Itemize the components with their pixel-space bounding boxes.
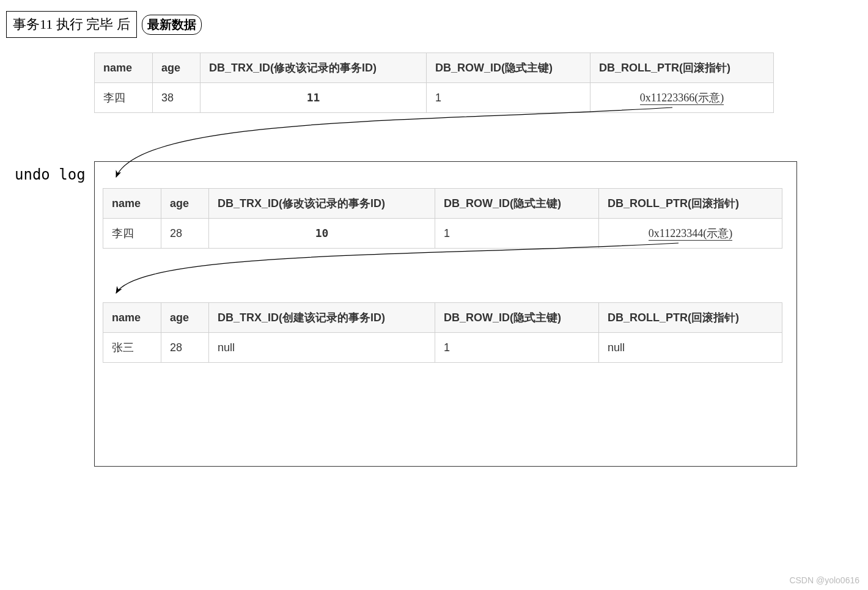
th-trx: DB_TRX_ID(修改该记录的事务ID) [200,53,427,83]
cell-trx: 11 [200,83,427,113]
table-row: 张三 28 null 1 null [103,333,782,363]
undo-log-label: undo log [15,166,86,183]
cell-rowid: 1 [435,333,599,363]
cell-trx: null [209,333,435,363]
th-rowid: DB_ROW_ID(隐式主键) [427,53,590,83]
table-row: name age DB_TRX_ID(创建该记录的事务ID) DB_ROW_ID… [103,303,782,333]
th-rowid: DB_ROW_ID(隐式主键) [435,303,599,333]
th-trx: DB_TRX_ID(创建该记录的事务ID) [209,303,435,333]
th-trx: DB_TRX_ID(修改该记录的事务ID) [209,189,435,219]
table-row: 李四 28 10 1 0x11223344(示意) [103,219,782,249]
cell-rowid: 1 [427,83,590,113]
th-rowid: DB_ROW_ID(隐式主键) [435,189,599,219]
cell-name: 李四 [103,219,161,249]
cell-age: 28 [161,333,209,363]
cell-age: 28 [161,219,209,249]
cell-rowid: 1 [435,219,599,249]
th-name: name [103,189,161,219]
watermark: CSDN @yolo0616 [789,575,859,585]
table-undo-2: name age DB_TRX_ID(创建该记录的事务ID) DB_ROW_ID… [103,302,782,363]
table-row: name age DB_TRX_ID(修改该记录的事务ID) DB_ROW_ID… [103,189,782,219]
th-ptr: DB_ROLL_PTR(回滚指针) [599,189,782,219]
cell-ptr: 0x11223344(示意) [599,219,782,249]
th-name: name [103,303,161,333]
th-age: age [153,53,200,83]
th-age: age [161,189,209,219]
table-row: name age DB_TRX_ID(修改该记录的事务ID) DB_ROW_ID… [95,53,774,83]
title-oval: 最新数据 [142,15,202,35]
th-name: name [95,53,153,83]
th-age: age [161,303,209,333]
table-row: 李四 38 11 1 0x11223366(示意) [95,83,774,113]
title-row: 事务11 执行 完毕 后 最新数据 [6,11,202,38]
cell-trx: 10 [209,219,435,249]
th-ptr: DB_ROLL_PTR(回滚指针) [590,53,774,83]
cell-age: 38 [153,83,200,113]
title-boxed: 事务11 执行 完毕 后 [6,11,137,38]
table-undo-1: name age DB_TRX_ID(修改该记录的事务ID) DB_ROW_ID… [103,188,782,249]
cell-name: 李四 [95,83,153,113]
th-ptr: DB_ROLL_PTR(回滚指针) [599,303,782,333]
cell-name: 张三 [103,333,161,363]
cell-ptr: null [599,333,782,363]
table-latest: name age DB_TRX_ID(修改该记录的事务ID) DB_ROW_ID… [94,53,774,113]
cell-ptr: 0x11223366(示意) [590,83,774,113]
